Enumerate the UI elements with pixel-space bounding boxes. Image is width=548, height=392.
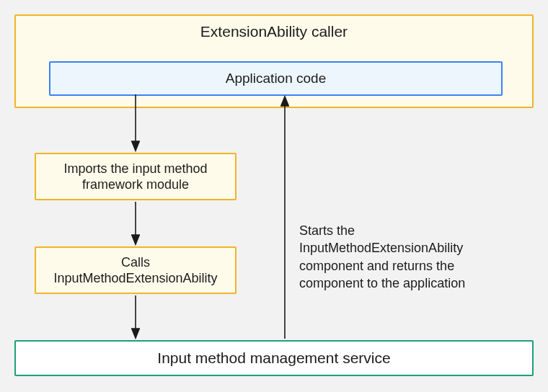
service-label: Input method management service: [157, 349, 390, 367]
caller-title: ExtensionAbility caller: [200, 16, 348, 46]
diagram-canvas: ExtensionAbility caller Application code…: [0, 0, 548, 392]
input-method-service-box: Input method management service: [14, 340, 534, 376]
step-import-box: Imports the input method framework modul…: [35, 153, 237, 200]
step-call-box: Calls InputMethodExtensionAbility: [35, 246, 237, 294]
application-code-label: Application code: [226, 71, 326, 86]
return-note: Starts the InputMethodExtensionAbility c…: [299, 222, 516, 292]
step-call-label: Calls InputMethodExtensionAbility: [40, 254, 231, 287]
step-import-label: Imports the input method framework modul…: [40, 161, 231, 193]
application-code-box: Application code: [49, 61, 503, 96]
